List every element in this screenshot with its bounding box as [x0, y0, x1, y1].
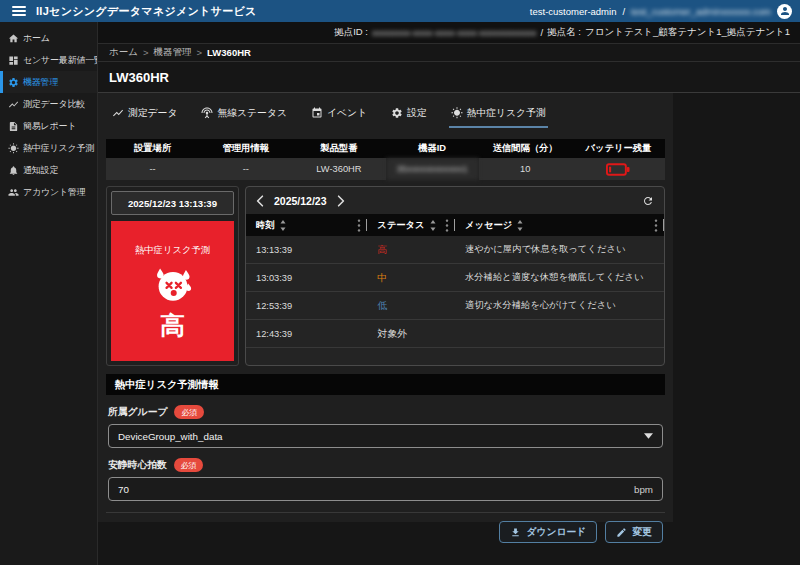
device-info-table: 設置場所 管理用情報 製品型番 機器ID 送信間隔（分） バッテリー残量 -- … [106, 139, 665, 180]
site-info-bar: 拠点ID : xxxxxxxx-xxxx-xxxx-xxxx-xxxxxxxxx… [98, 22, 800, 44]
hamburger-menu-icon[interactable] [12, 6, 26, 16]
device-battery [572, 158, 665, 180]
page-title: LW360HR [109, 70, 169, 85]
sensor-list-icon [8, 55, 19, 66]
user-avatar[interactable] [777, 4, 792, 19]
site-id-label: 拠点ID : [334, 26, 368, 39]
device-model: LW-360HR [292, 158, 385, 180]
device-info-row: -- -- LW-360HR 35xxxxxxxxxxxx1 10 [106, 158, 665, 180]
heatstroke-face-icon [150, 262, 196, 308]
table-row: 13:13:39 高 速やかに屋内で休息を取ってください [246, 236, 664, 264]
col-header-message[interactable]: メッセージ [465, 219, 512, 232]
breadcrumb-separator: > [143, 47, 149, 58]
row-time: 13:13:39 [246, 245, 367, 255]
col-header-battery: バッテリー残量 [572, 139, 665, 158]
sidebar-item-label: 機器管理 [23, 76, 58, 89]
sort-icon[interactable] [429, 220, 437, 231]
date-navigator: 2025/12/23 [246, 187, 664, 214]
selected-date: 2025/12/23 [274, 195, 327, 207]
tab-event[interactable]: イベント [311, 93, 367, 133]
col-header-time[interactable]: 時刻 [256, 219, 275, 232]
row-status: 高 [367, 243, 455, 257]
breadcrumb-separator: > [197, 47, 203, 58]
sort-icon[interactable] [279, 220, 287, 231]
site-id-redacted: xxxxxxxx-xxxx-xxxx-xxxx-xxxxxxxxxxxx [372, 27, 537, 38]
sort-icon[interactable] [516, 220, 524, 231]
group-select[interactable]: DeviceGroup_with_data [108, 424, 663, 448]
sidebar-item-heatstroke-risk[interactable]: 熱中症リスク予測 [0, 137, 97, 159]
column-menu-icon[interactable] [445, 219, 449, 232]
risk-info-form: 所属グループ 必須 DeviceGroup_with_data 安静時心拍数 必… [98, 395, 673, 501]
bell-icon [8, 165, 19, 176]
site-name-label: 拠点名 : [547, 26, 581, 39]
sidebar-item-home[interactable]: ホーム [0, 27, 97, 49]
sidebar-item-label: ホーム [23, 32, 50, 45]
row-status: 対象外 [367, 327, 455, 341]
table-row: 13:03:39 中 水分補給と適度な休憩を徹底してください [246, 264, 664, 292]
risk-card-title: 熱中症リスク予測 [135, 244, 210, 257]
gear-icon [391, 107, 403, 119]
tab-settings[interactable]: 設定 [391, 93, 427, 133]
user-separator: / [622, 6, 625, 17]
sidebar-item-label: アカウント管理 [23, 186, 86, 199]
row-status: 中 [367, 271, 455, 285]
row-time: 12:53:39 [246, 301, 367, 311]
row-time: 13:03:39 [246, 273, 367, 283]
sidebar-item-sensor-list[interactable]: センサー最新値一覧 [0, 49, 97, 71]
chart-icon [112, 107, 124, 119]
sidebar-item-notification-settings[interactable]: 通知設定 [0, 159, 97, 181]
tab-heatstroke-risk[interactable]: 熱中症リスク予測 [451, 93, 546, 133]
download-button[interactable]: ダウンロード [499, 521, 597, 543]
tab-wireless-status[interactable]: 無線ステータス [201, 93, 287, 133]
sidebar-item-label: 熱中症リスク予測 [23, 142, 94, 155]
device-id-redacted: 35xxxxxxxxxxxx1 [386, 158, 479, 180]
change-button[interactable]: 変更 [605, 521, 663, 543]
column-divider [663, 219, 664, 231]
resting-heart-rate-input[interactable]: 70 bpm [108, 477, 663, 501]
col-header-model: 製品型番 [292, 139, 385, 158]
prev-day-icon[interactable] [256, 195, 264, 207]
breadcrumb-device-management[interactable]: 機器管理 [154, 46, 192, 59]
col-header-location: 設置場所 [106, 139, 199, 158]
pencil-icon [616, 527, 627, 538]
sidebar-item-data-compare[interactable]: 測定データ比較 [0, 93, 97, 115]
next-day-icon[interactable] [337, 195, 345, 207]
device-interval: 10 [479, 158, 572, 180]
sidebar-item-simple-report[interactable]: 簡易レポート [0, 115, 97, 137]
people-icon [8, 187, 19, 198]
risk-level-value: 高 [160, 313, 185, 338]
tab-label: 設定 [407, 107, 427, 120]
row-message: 適切な水分補給を心がけてください [455, 299, 664, 312]
title-row: LW360HR [98, 62, 800, 93]
column-menu-icon[interactable] [654, 219, 658, 232]
col-header-device-id: 機器ID [386, 139, 479, 158]
person-icon [779, 5, 791, 17]
column-menu-icon[interactable] [357, 219, 361, 232]
app-title: IIJセンシングデータマネジメントサービス [36, 4, 257, 19]
required-badge: 必須 [174, 458, 204, 472]
col-header-status[interactable]: ステータス [377, 219, 424, 232]
refresh-icon[interactable] [642, 195, 654, 207]
group-select-value: DeviceGroup_with_data [118, 431, 223, 442]
current-risk-card: 2025/12/23 13:13:39 熱中症リスク予測 高 [106, 186, 239, 366]
sidebar-nav: ホーム センサー最新値一覧 機器管理 測定データ比較 簡易レポート 熱中症リスク… [0, 22, 98, 565]
tab-label: 熱中症リスク予測 [467, 107, 546, 120]
sidebar-item-account-management[interactable]: アカウント管理 [0, 181, 97, 203]
download-button-label: ダウンロード [526, 526, 586, 539]
tab-label: 無線ステータス [217, 107, 287, 120]
risk-timestamp: 2025/12/23 13:13:39 [111, 191, 234, 215]
device-detail-panel: 測定データ 無線ステータス イベント 設定 熱中症リスク予測 設置場所 管理用情… [98, 93, 673, 522]
logged-in-user: test-customer-admin [530, 6, 617, 17]
device-location: -- [106, 158, 199, 180]
risk-level-card: 熱中症リスク予測 高 [111, 221, 234, 361]
tab-measurement-data[interactable]: 測定データ [112, 93, 177, 133]
heart-rate-value: 70 [118, 484, 129, 495]
breadcrumb-current: LW360HR [207, 47, 251, 58]
sidebar-item-label: 測定データ比較 [23, 98, 85, 111]
group-field-label: 所属グループ [108, 406, 167, 419]
sidebar-item-device-management[interactable]: 機器管理 [0, 71, 97, 93]
sidebar-item-label: センサー最新値一覧 [23, 54, 97, 67]
breadcrumb-home[interactable]: ホーム [109, 46, 138, 59]
table-row: 12:53:39 低 適切な水分補給を心がけてください [246, 292, 664, 320]
row-time: 12:43:39 [246, 329, 367, 339]
